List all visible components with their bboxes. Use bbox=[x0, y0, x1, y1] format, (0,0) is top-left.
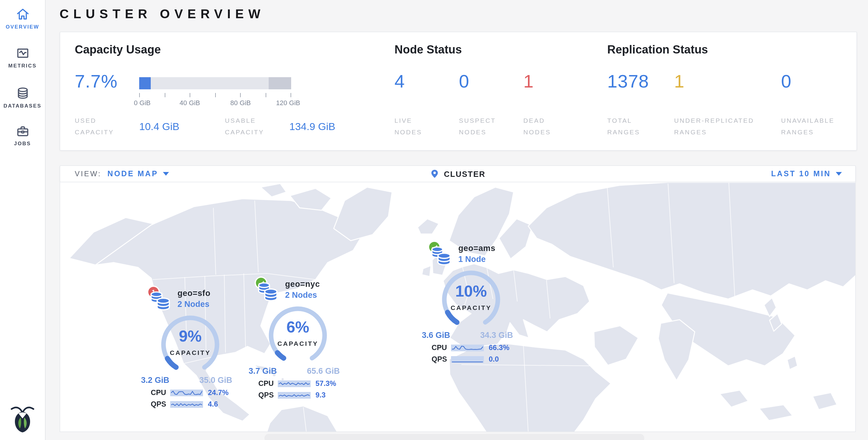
time-range-dropdown[interactable]: LAST 10 MIN bbox=[771, 169, 842, 178]
page-title: CLUSTER OVERVIEW bbox=[60, 7, 857, 21]
capacity-bar-track bbox=[139, 77, 291, 89]
cluster-summary-card: Capacity Usage 7.7% 0 GiB 40 GiB 80 GiB … bbox=[60, 32, 857, 151]
locality-node-count: 1 Node bbox=[458, 255, 486, 264]
capacity-gauge: 6% CAPACITY bbox=[265, 302, 331, 369]
qps-value: 0.0 bbox=[489, 355, 499, 364]
qps-sparkline bbox=[170, 401, 203, 407]
gauge-percent: 9% bbox=[157, 327, 224, 346]
qps-row: QPS 4.6 bbox=[151, 400, 218, 408]
sidebar-item-metrics[interactable]: METRICS bbox=[0, 46, 45, 69]
node-status-heading: Node Status bbox=[395, 43, 462, 57]
cpu-sparkline bbox=[451, 344, 484, 351]
tick-label: 80 GiB bbox=[230, 99, 251, 106]
qps-label: QPS bbox=[432, 355, 451, 364]
qps-sparkline bbox=[451, 356, 484, 363]
locality-marker-nyc[interactable]: geo=nyc 2 Nodes 6% CAPACITY 3.7 GiB 65.6… bbox=[240, 278, 362, 402]
capacity-gauge: 10% CAPACITY bbox=[438, 266, 504, 333]
cockroachdb-logo bbox=[10, 405, 35, 433]
map-toolbar: VIEW: NODE MAP CLUSTER LAST 10 MIN bbox=[60, 165, 856, 182]
view-label: VIEW: bbox=[75, 169, 101, 178]
cpu-value: 57.3% bbox=[315, 379, 336, 388]
qps-sparkline bbox=[278, 392, 311, 398]
cpu-label: CPU bbox=[151, 388, 170, 397]
sidebar-item-databases[interactable]: DATABASES bbox=[0, 86, 45, 109]
locality-used-capacity: 3.6 GiB bbox=[422, 331, 450, 340]
chevron-down-icon bbox=[163, 172, 169, 176]
capacity-gauge: 9% CAPACITY bbox=[157, 311, 224, 378]
total-ranges-label: TOTALRANGES bbox=[607, 115, 640, 138]
locality-marker-sfo[interactable]: 1 geo=sfo 2 Nodes 9% CAPACITY 3.2 GiB 35… bbox=[132, 287, 254, 411]
databases-icon bbox=[16, 86, 29, 100]
capacity-bar-ticks bbox=[139, 93, 291, 97]
under-replicated-label: UNDER-REPLICATEDRANGES bbox=[674, 115, 754, 138]
sidebar-item-label: OVERVIEW bbox=[0, 24, 45, 30]
usable-capacity-label: USABLECAPACITY bbox=[225, 115, 264, 138]
cpu-row: CPU 66.3% bbox=[432, 343, 509, 352]
sidebar-item-label: METRICS bbox=[0, 63, 45, 69]
capacity-percent: 7.7% bbox=[75, 71, 118, 92]
unavailable-ranges-count: 0 bbox=[781, 71, 792, 92]
gauge-percent: 10% bbox=[438, 282, 504, 301]
live-nodes-count: 4 bbox=[395, 71, 405, 92]
dead-nodes-count: 1 bbox=[523, 71, 534, 92]
gauge-percent: 6% bbox=[265, 318, 331, 337]
gauge-capacity-label: CAPACITY bbox=[438, 304, 504, 311]
map-pin-icon bbox=[430, 169, 440, 179]
locality-total-capacity: 35.0 GiB bbox=[199, 376, 232, 385]
cpu-label: CPU bbox=[258, 379, 278, 388]
qps-row: QPS 0.0 bbox=[432, 355, 499, 364]
tick-label: 40 GiB bbox=[180, 99, 200, 106]
capacity-bar: 0 GiB 40 GiB 80 GiB 120 GiB bbox=[139, 77, 291, 107]
view-dropdown[interactable]: NODE MAP bbox=[107, 169, 169, 178]
horizontal-scrollbar[interactable] bbox=[265, 434, 644, 440]
locality-marker-ams[interactable]: geo=ams 1 Node 10% CAPACITY 3.6 GiB 34.3… bbox=[413, 242, 535, 367]
sidebar-item-jobs[interactable]: JOBS bbox=[0, 124, 45, 147]
qps-value: 9.3 bbox=[315, 391, 326, 399]
sidebar-item-label: JOBS bbox=[0, 140, 45, 147]
used-capacity-label: USEDCAPACITY bbox=[75, 115, 114, 138]
cpu-sparkline bbox=[278, 380, 311, 387]
tick-label: 0 GiB bbox=[134, 99, 150, 106]
under-replicated-count: 1 bbox=[674, 71, 684, 92]
home-icon bbox=[16, 7, 29, 21]
total-ranges-count: 1378 bbox=[607, 71, 649, 92]
gauge-capacity-label: CAPACITY bbox=[157, 349, 224, 356]
chevron-down-icon bbox=[836, 172, 842, 176]
locality-total-capacity: 65.6 GiB bbox=[307, 367, 340, 376]
qps-label: QPS bbox=[258, 391, 278, 399]
replication-status-heading: Replication Status bbox=[607, 43, 708, 57]
cpu-row: CPU 57.3% bbox=[258, 379, 336, 388]
locality-total-capacity: 34.3 GiB bbox=[480, 331, 513, 340]
cpu-row: CPU 24.7% bbox=[151, 388, 228, 397]
locality-node-count: 2 Nodes bbox=[178, 300, 209, 309]
locality-node-count: 2 Nodes bbox=[285, 290, 317, 300]
qps-label: QPS bbox=[151, 400, 170, 408]
used-capacity-value: 10.4 GiB bbox=[139, 121, 179, 133]
tick-label: 120 GiB bbox=[276, 99, 300, 106]
locality-databases-icon bbox=[429, 246, 452, 268]
cpu-value: 24.7% bbox=[208, 388, 228, 397]
qps-value: 4.6 bbox=[208, 400, 218, 408]
gauge-capacity-label: CAPACITY bbox=[265, 340, 331, 347]
qps-row: QPS 9.3 bbox=[258, 391, 326, 399]
sidebar-item-overview[interactable]: OVERVIEW bbox=[0, 7, 45, 30]
capacity-bar-reserved bbox=[269, 77, 291, 89]
usable-capacity-value: 134.9 GiB bbox=[289, 121, 335, 133]
sidebar-item-label: DATABASES bbox=[0, 103, 45, 109]
locality-name: geo=nyc bbox=[285, 280, 320, 289]
metrics-icon bbox=[16, 46, 29, 60]
view-dropdown-value: NODE MAP bbox=[107, 169, 158, 178]
suspect-nodes-count: 0 bbox=[459, 71, 469, 92]
locality-used-capacity: 3.7 GiB bbox=[249, 367, 277, 376]
locality-name: geo=ams bbox=[458, 244, 495, 253]
dead-nodes-label: DEADNODES bbox=[523, 115, 551, 138]
cpu-sparkline bbox=[170, 389, 203, 396]
locality-used-capacity: 3.2 GiB bbox=[141, 376, 169, 385]
unavailable-ranges-label: UNAVAILABLERANGES bbox=[781, 115, 835, 138]
jobs-icon bbox=[16, 124, 29, 138]
cpu-label: CPU bbox=[432, 343, 451, 352]
live-nodes-label: LIVENODES bbox=[395, 115, 422, 138]
sidebar: OVERVIEW METRICS DATABASES JOBS bbox=[0, 0, 45, 440]
cpu-value: 66.3% bbox=[489, 343, 509, 352]
capacity-bar-used bbox=[139, 77, 151, 89]
